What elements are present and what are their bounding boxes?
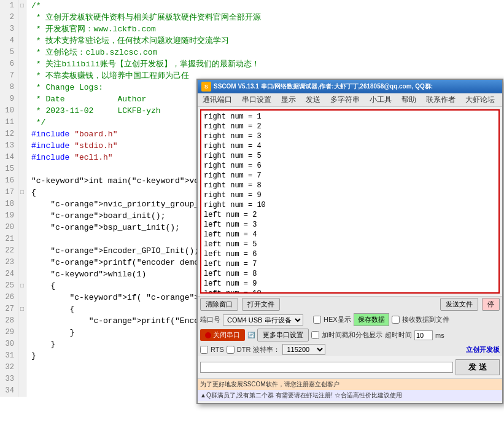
- line-content: "c-orange">Encoder_GPIO_Init();: [26, 245, 199, 257]
- line-number-fold: 20: [0, 222, 26, 233]
- line-number: 4: [0, 35, 18, 47]
- stop-button[interactable]: 停: [482, 298, 500, 311]
- more-port-button[interactable]: 更多串口设置: [257, 329, 309, 341]
- line-content: "c-orange">printf("encoder demo star: [26, 257, 223, 268]
- line-number-fold: 34: [0, 385, 26, 397]
- line-number: 23: [0, 257, 18, 268]
- line-content: * 不靠卖板赚钱，以培养中国工程师为己任: [26, 70, 189, 82]
- line-content: [26, 373, 31, 385]
- fold-icon: [18, 268, 26, 280]
- line-number: 26: [0, 292, 18, 303]
- save-data-button[interactable]: 保存数据: [354, 313, 389, 326]
- send-file-button[interactable]: 发送文件: [440, 298, 478, 311]
- menu-tools[interactable]: 小工具: [365, 93, 397, 106]
- line-content: "c-keyword">int main("c-keyword">void): [26, 175, 213, 187]
- sscom-output-line: right num = 8: [204, 181, 496, 190]
- clear-window-button[interactable]: 清除窗口: [200, 298, 238, 311]
- line-number: 28: [0, 315, 18, 327]
- sscom-output-line: left num = 6: [204, 249, 496, 259]
- dtr-label: DTR: [237, 346, 251, 353]
- fold-icon: [18, 70, 26, 82]
- fold-icon: [18, 117, 26, 128]
- rts-checkbox[interactable]: [200, 346, 208, 354]
- line-content: /*: [26, 0, 41, 12]
- menu-forum[interactable]: 大虾论坛: [460, 93, 500, 106]
- hex-display-checkbox[interactable]: [313, 316, 321, 324]
- line-number: 16: [0, 175, 18, 187]
- fold-icon: [18, 385, 26, 397]
- menu-send[interactable]: 发送: [301, 93, 325, 106]
- port-select[interactable]: COM4 USB 串行设备: [223, 314, 303, 326]
- line-number-fold: 33: [0, 373, 26, 385]
- line-number: 32: [0, 362, 18, 373]
- fold-icon: [18, 257, 26, 268]
- line-number: 17: [0, 187, 18, 198]
- sscom-output-line: right num = 2: [204, 122, 496, 131]
- fold-icon[interactable]: □: [18, 187, 26, 198]
- line-content: "c-keyword">while(1): [26, 268, 146, 280]
- baudrate-label: 波特率：: [253, 345, 280, 354]
- line-number-fold: 12: [0, 128, 26, 140]
- line-content: * 关注bilibili账号【立创开发板】，掌握我们的最新动态！: [26, 58, 260, 70]
- code-line: 1□/*: [0, 0, 504, 12]
- line-content: */: [26, 117, 45, 128]
- fold-icon[interactable]: □: [18, 0, 26, 12]
- timeout-input[interactable]: [414, 330, 433, 340]
- line-number: 8: [0, 82, 18, 93]
- line-content: {: [26, 280, 55, 292]
- fold-icon[interactable]: □: [18, 303, 26, 315]
- fold-icon: [18, 362, 26, 373]
- menu-multi-string[interactable]: 多字符串: [325, 93, 365, 106]
- rts-dtr-row: RTS DTR 波特率： 115200 立创开发板: [198, 343, 502, 356]
- baudrate-select[interactable]: 115200: [282, 344, 325, 355]
- close-port-button[interactable]: 关闭串口: [200, 329, 245, 341]
- line-content: [26, 163, 31, 175]
- line-content: "c-orange">nvic_priority_group_set(N: [26, 198, 223, 210]
- fold-icon: [18, 327, 26, 338]
- sscom-toolbar: 清除窗口 打开文件 发送文件 停: [198, 296, 502, 312]
- refresh-icon[interactable]: 🔄: [247, 332, 255, 338]
- line-number: 21: [0, 233, 18, 245]
- line-number: 20: [0, 222, 18, 233]
- line-content: }: [26, 350, 36, 362]
- fold-icon: [18, 233, 26, 245]
- line-number: 9: [0, 93, 18, 105]
- recv-file-checkbox[interactable]: [392, 316, 400, 324]
- line-number-fold: 18: [0, 198, 26, 210]
- code-line: 6 * 关注bilibili账号【立创开发板】，掌握我们的最新动态！: [0, 58, 504, 70]
- add-time-checkbox[interactable]: [311, 331, 319, 339]
- sscom-output-line: right num = 9: [204, 190, 496, 200]
- dtr-checkbox[interactable]: [227, 346, 235, 354]
- sscom-title: SSCOM V5.13.1 串口/网络数据调试器,作者:大虾丁丁,2618058…: [214, 82, 433, 91]
- line-number: 3: [0, 23, 18, 35]
- add-time-label: 加时间戳和分包显示: [322, 330, 382, 340]
- menu-display[interactable]: 显示: [276, 93, 301, 106]
- open-file-button[interactable]: 打开文件: [242, 298, 280, 311]
- line-number-fold: 14: [0, 152, 26, 163]
- menu-comm-port[interactable]: 通讯端口: [198, 93, 237, 106]
- sscom-output-line: left num = 5: [204, 240, 496, 249]
- line-content: {: [26, 187, 36, 198]
- sscom-output-line: left num = 9: [204, 279, 496, 289]
- line-number: 29: [0, 327, 18, 338]
- send-input[interactable]: [200, 362, 453, 373]
- line-number-fold: 3: [0, 23, 26, 35]
- menu-contact[interactable]: 联系作者: [421, 93, 460, 106]
- send-button[interactable]: 发 送: [456, 359, 500, 375]
- port-row: 端口号 COM4 USB 串行设备 HEX显示 保存数据 接收数据到文件: [198, 312, 502, 327]
- sscom-output-line: left num = 3: [204, 220, 496, 230]
- line-number-fold: 4: [0, 35, 26, 47]
- menu-serial-settings[interactable]: 串口设置: [237, 93, 276, 106]
- line-content: [26, 362, 31, 373]
- recv-file-label: 接收数据到文件: [402, 315, 449, 324]
- menu-help[interactable]: 帮助: [397, 93, 421, 106]
- line-number-fold: 30: [0, 338, 26, 350]
- line-number: 7: [0, 70, 18, 82]
- fold-icon[interactable]: □: [18, 280, 26, 292]
- line-content: * 2023-11-02 LCKFB-yzh: [26, 105, 161, 117]
- fold-icon: [18, 82, 26, 93]
- red-dot-icon: [205, 332, 211, 338]
- fold-icon: [18, 338, 26, 350]
- line-number-fold: 25□: [0, 280, 26, 292]
- line-content: * 开发板官网：www.lckfb.com: [26, 23, 156, 35]
